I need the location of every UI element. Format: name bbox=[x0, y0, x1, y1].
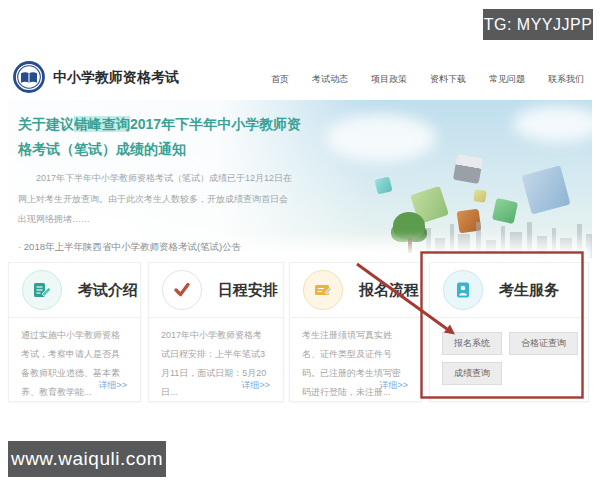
nav-item-faq[interactable]: 常见问题 bbox=[489, 73, 525, 86]
nav-item-policy[interactable]: 项目政策 bbox=[371, 73, 407, 86]
headline-prefix: 关于建议 bbox=[18, 116, 74, 132]
form-card-icon bbox=[303, 270, 343, 310]
nav-item-downloads[interactable]: 资料下载 bbox=[430, 73, 466, 86]
site-title: 中小学教师资格考试 bbox=[53, 69, 179, 87]
card-title: 考试介绍 bbox=[78, 281, 138, 300]
news-item[interactable]: 2018年上半年陕西省中小学教师资格考试(笔试)公告 bbox=[18, 238, 310, 256]
card-header: 报名流程 bbox=[290, 263, 421, 318]
detail-link[interactable]: 详细>> bbox=[379, 379, 408, 392]
website-watermark-badge: www.waiquli.com bbox=[8, 441, 166, 477]
site-header: 中小学教师资格考试 首页 考试动态 项目政策 资料下载 常见问题 联系我们 bbox=[8, 55, 592, 100]
student-badge-icon bbox=[443, 270, 483, 310]
banner-text-block: 关于建议错峰查询2017年下半年中小学教师资格考试（笔试）成绩的通知 2017年… bbox=[18, 112, 310, 258]
card-title: 日程安排 bbox=[218, 281, 278, 300]
card-title: 考生服务 bbox=[499, 281, 559, 300]
detail-link[interactable]: 详细>> bbox=[241, 379, 270, 392]
card-candidate-services: 考生服务 报名系统 合格证查询 成绩查询 bbox=[429, 262, 589, 402]
tg-contact-badge: TG: MYYJJPP bbox=[483, 9, 593, 40]
card-exam-intro: 考试介绍 通过实施中小学教师资格考试，考察申请人是否具备教师职业道德、基本素养、… bbox=[8, 262, 141, 402]
card-registration-flow: 报名流程 考生注册须填写真实姓名、证件类型及证件号码。已注册的考生填写密码进行登… bbox=[289, 262, 422, 402]
nav-item-exam-news[interactable]: 考试动态 bbox=[312, 73, 348, 86]
card-header: 考生服务 bbox=[430, 263, 588, 318]
site-logo-icon bbox=[13, 61, 45, 93]
detail-link[interactable]: 详细>> bbox=[98, 379, 127, 392]
news-item[interactable]: 贵州省关于2018年上半年中小学教师资格考试笔试有关事项的公告 bbox=[18, 256, 310, 258]
card-title: 报名流程 bbox=[359, 281, 419, 300]
announcement-headline[interactable]: 关于建议错峰查询2017年下半年中小学教师资格考试（笔试）成绩的通知 bbox=[18, 112, 310, 161]
news-list: 2018年上半年陕西省中小学教师资格考试(笔试)公告 贵州省关于2018年上半年… bbox=[18, 238, 310, 258]
nav-item-contact[interactable]: 联系我们 bbox=[548, 73, 584, 86]
nav-item-home[interactable]: 首页 bbox=[271, 73, 289, 86]
service-buttons: 报名系统 合格证查询 成绩查询 bbox=[430, 318, 588, 385]
headline-highlight: 错峰查询 bbox=[74, 116, 130, 132]
card-schedule: 日程安排 2017年中小学教师资格考试日程安排：上半年笔试3月11日，面试日期：… bbox=[148, 262, 284, 402]
score-query-button[interactable]: 成绩查询 bbox=[442, 362, 502, 385]
notebook-pencil-icon bbox=[22, 270, 62, 310]
card-header: 日程安排 bbox=[149, 263, 283, 318]
hero-banner: 关于建议错峰查询2017年下半年中小学教师资格考试（笔试）成绩的通知 2017年… bbox=[8, 100, 592, 258]
website-window: 中小学教师资格考试 首页 考试动态 项目政策 资料下载 常见问题 联系我们 bbox=[8, 55, 592, 430]
signup-system-button[interactable]: 报名系统 bbox=[442, 332, 502, 355]
checkmark-icon bbox=[162, 270, 202, 310]
announcement-summary: 2017年下半年中小学教师资格考试（笔试）成绩已于12月12日在网上对考生开放查… bbox=[18, 168, 294, 230]
card-header: 考试介绍 bbox=[9, 263, 140, 318]
main-nav: 首页 考试动态 项目政策 资料下载 常见问题 联系我们 bbox=[271, 73, 584, 86]
certificate-query-button[interactable]: 合格证查询 bbox=[509, 332, 578, 355]
